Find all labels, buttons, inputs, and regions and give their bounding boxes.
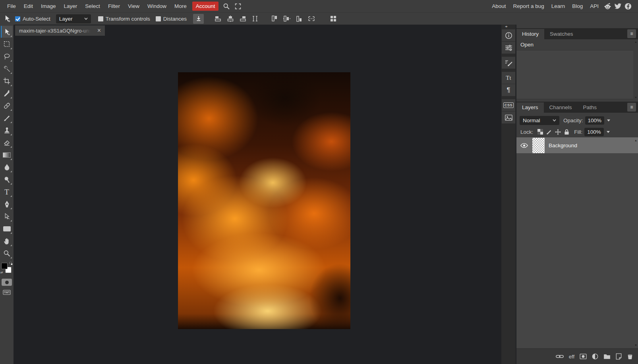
layer-effects-button[interactable]: eff [569,354,574,360]
tool-pen[interactable] [1,198,13,210]
layer-thumbnail[interactable] [532,138,545,153]
reddit-icon[interactable] [602,0,613,12]
character-panel-button[interactable]: Tt [502,72,515,84]
image-panel-button[interactable] [502,112,515,123]
lock-position-icon[interactable] [555,129,561,135]
menu-file[interactable]: File [3,0,20,12]
tool-brush[interactable] [1,112,13,124]
account-button[interactable]: Account [192,2,219,11]
history-entry-open[interactable]: Open [516,40,638,50]
document-image-fire[interactable] [178,72,350,329]
auto-select-checkbox[interactable] [15,16,20,21]
tool-healing-brush[interactable] [1,100,13,112]
target-select[interactable]: Layer [56,14,91,23]
transform-controls-option[interactable]: Transform controls [98,16,150,22]
distribute-vertical-icon[interactable] [306,14,317,24]
lock-pixels-icon[interactable] [546,129,552,135]
tool-rectangle-shape[interactable] [1,223,13,235]
menu-layer[interactable]: Layer [60,0,81,12]
link-report-a-bug[interactable]: Report a bug [510,0,548,12]
tool-eyedropper[interactable] [1,87,13,99]
tool-gradient[interactable] [1,149,13,161]
search-icon[interactable] [220,0,232,12]
distances-option[interactable]: Distances [156,16,187,22]
menu-more[interactable]: More [170,0,191,12]
close-icon[interactable]: × [96,27,102,34]
foreground-background-swatches[interactable]: ⇄ [1,262,13,275]
tab-swatches[interactable]: Swatches [544,29,579,39]
link-learn[interactable]: Learn [548,0,569,12]
align-top-icon[interactable] [269,14,280,24]
align-center-horizontal-icon[interactable] [225,14,236,24]
new-group-folder-icon[interactable] [603,354,611,359]
layer-mask-icon[interactable] [580,354,587,359]
tool-move[interactable] [1,26,13,38]
tool-type[interactable]: T [1,186,13,198]
opacity-value[interactable]: 100% [585,116,605,125]
tab-paths[interactable]: Paths [578,102,603,113]
layers-menu-icon[interactable]: ≡ [627,103,636,112]
tool-hand[interactable] [1,235,13,247]
align-right-icon[interactable] [237,14,248,24]
tool-lasso[interactable] [1,50,13,62]
properties-panel-button[interactable] [502,42,515,54]
menu-view[interactable]: View [124,0,143,12]
document-tab[interactable]: maxim-tajer-x3S1aGQNgro-uns × [15,25,105,36]
facebook-icon[interactable] [623,0,633,12]
tool-eraser[interactable] [1,137,13,148]
align-left-icon[interactable] [213,14,223,24]
fill-value[interactable]: 100% [584,128,604,136]
canvas-area[interactable]: maxim-tajer-x3S1aGQNgro-uns × [14,25,501,364]
tool-rectangle-select[interactable] [1,38,13,50]
transform-controls-checkbox[interactable] [98,16,103,21]
menu-filter[interactable]: Filter [104,0,124,12]
tool-magic-wand[interactable] [1,63,13,75]
history-menu-icon[interactable]: ≡ [627,29,636,38]
tool-zoom[interactable] [1,247,13,259]
opacity-dropdown-icon[interactable] [607,119,610,121]
tool-blur[interactable] [1,161,13,173]
layer-row-background[interactable]: Background [516,137,638,153]
align-bottom-icon[interactable] [294,14,304,24]
tab-layers[interactable]: Layers [516,102,544,113]
link-api[interactable]: API [586,0,602,12]
menu-window[interactable]: Window [143,0,170,12]
fullscreen-icon[interactable] [232,0,244,12]
scroll-up-icon[interactable]: ▲ [634,40,637,43]
new-layer-icon[interactable] [616,353,622,360]
auto-select-option[interactable]: Auto-Select [15,16,50,22]
scroll-down-icon[interactable]: ▼ [634,96,637,99]
adjustment-layer-icon[interactable] [592,353,598,360]
tool-direct-select[interactable] [1,210,13,222]
swap-colors-icon[interactable]: ⇄ [0,271,3,274]
menu-image[interactable]: Image [37,0,60,12]
paragraph-panel-button[interactable]: ¶ [502,84,515,96]
delete-layer-trash-icon[interactable] [627,353,633,360]
menu-edit[interactable]: Edit [20,0,37,12]
foreground-color-swatch[interactable] [1,263,8,269]
tool-crop[interactable] [1,75,13,87]
grid-view-icon[interactable] [328,14,338,24]
tab-history[interactable]: History [516,29,544,39]
link-about[interactable]: About [488,0,509,12]
tool-dodge[interactable] [1,173,13,185]
twitter-icon[interactable] [613,0,623,12]
arrow-down-to-line-icon[interactable] [193,14,204,24]
align-middle-vertical-icon[interactable] [281,14,292,24]
tab-channels[interactable]: Channels [544,102,578,113]
lock-transparency-icon[interactable] [537,129,543,135]
menu-select[interactable]: Select [81,0,104,12]
tool-clone-stamp[interactable] [1,124,13,136]
brush-settings-panel-button[interactable] [502,57,515,69]
distances-checkbox[interactable] [156,16,161,21]
layers-list-empty-area[interactable] [516,153,638,348]
fill-dropdown-icon[interactable] [607,131,610,133]
link-layers-icon[interactable] [556,354,564,359]
css-panel-button[interactable]: CSS [502,99,515,111]
scroll-up-icon[interactable]: ▲ [634,139,637,142]
more-tools-keyboard-icon[interactable] [3,290,11,295]
distribute-horizontal-icon[interactable] [249,14,260,24]
quick-mask-toggle[interactable] [2,279,12,286]
blend-mode-select[interactable]: Normal [520,116,559,125]
layer-visibility-eye-icon[interactable] [520,143,528,148]
